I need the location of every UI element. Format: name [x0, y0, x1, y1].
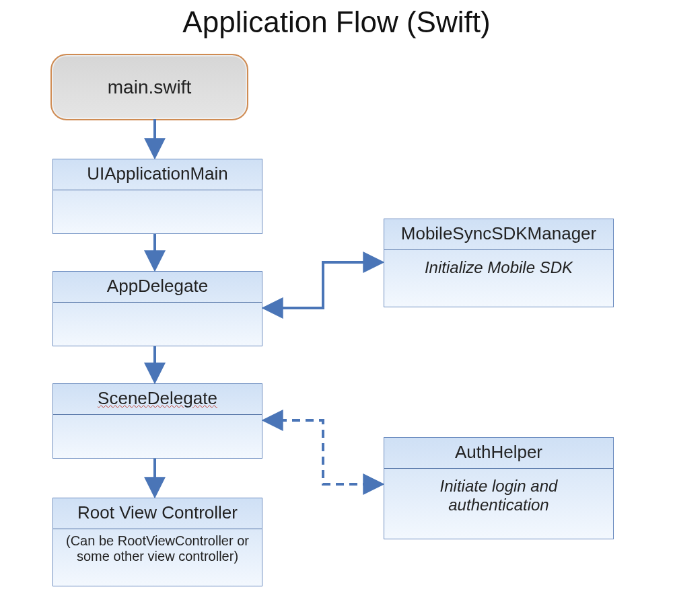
node-rootviewcontroller-header: Root View Controller [77, 502, 238, 523]
node-appdelegate-header: AppDelegate [107, 276, 208, 296]
node-authhelper-body: Initiate login and authentication [384, 469, 613, 523]
node-rootviewcontroller: Root View Controller (Can be RootViewCon… [52, 498, 262, 586]
node-authhelper: AuthHelper Initiate login and authentica… [384, 437, 614, 539]
node-appdelegate: AppDelegate [52, 271, 262, 346]
node-mobilesyncsdkmanager-header: MobileSyncSDKManager [401, 223, 596, 243]
node-rootviewcontroller-body: (Can be RootViewController or some other… [53, 529, 262, 571]
node-uiapplicationmain-header: UIApplicationMain [87, 163, 228, 184]
arrow-appdelegate-mobilesync [265, 262, 381, 308]
arrow-scenedelegate-authhelper [265, 420, 381, 484]
node-uiapplicationmain: UIApplicationMain [52, 159, 262, 234]
node-mobilesyncsdkmanager-body: Initialize Mobile SDK [384, 250, 613, 285]
node-scenedelegate: SceneDelegate [52, 383, 262, 459]
node-main-swift: main.swift [50, 54, 248, 120]
node-scenedelegate-header: SceneDelegate [98, 388, 217, 408]
diagram-title: Application Flow (Swift) [0, 5, 673, 39]
diagram-stage: Application Flow (Swift) main.swift UIAp… [0, 0, 673, 616]
node-authhelper-header: AuthHelper [455, 442, 542, 462]
node-mobilesyncsdkmanager: MobileSyncSDKManager Initialize Mobile S… [384, 219, 614, 307]
node-main-swift-label: main.swift [108, 77, 191, 98]
